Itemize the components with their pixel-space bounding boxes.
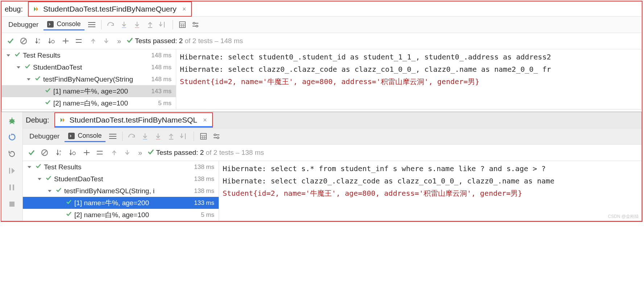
step-out-icon-2[interactable]: [165, 131, 177, 142]
svg-rect-11: [9, 202, 15, 207]
test-filter-bar-2: az » Tests passed: 2 of 2 tests – 138 ms: [23, 145, 641, 161]
next-failed-icon-2[interactable]: [121, 147, 133, 158]
step-out-icon[interactable]: [144, 19, 156, 30]
test-duration: 5 ms: [146, 100, 174, 107]
next-failed-icon[interactable]: [100, 35, 112, 47]
prev-failed-icon-2[interactable]: [108, 147, 120, 158]
run-config-tab-2[interactable]: StudentDaoTest.testFindByNameSQL ×: [54, 112, 213, 128]
test-tree-row[interactable]: testFindByNameQuery(String148 ms: [2, 73, 176, 85]
run-tab-bar: ebug: StudentDaoTest.testFindByNameQuery…: [2, 2, 641, 17]
run-config-tab[interactable]: StudentDaoTest.testFindByNameQuery ×: [28, 1, 192, 17]
test-duration: 148 ms: [146, 64, 174, 71]
calculator-icon-2[interactable]: [198, 131, 209, 142]
sort-az-icon[interactable]: az: [32, 35, 44, 47]
test-tree-row[interactable]: [2] name=白%, age=1005 ms: [23, 209, 219, 221]
show-ignored-icon-2[interactable]: [39, 147, 50, 158]
console-output-2[interactable]: Hibernate: select s.* from student_inf s…: [219, 161, 641, 221]
expand-all-icon-2[interactable]: [81, 147, 92, 158]
list-icon-2[interactable]: [107, 131, 119, 142]
panel-body: Test Results148 msStudentDaoTest148 mste…: [2, 49, 641, 109]
debugger-toolbar: Debugger Console: [2, 17, 641, 33]
run-to-cursor-icon-2[interactable]: [178, 131, 190, 142]
check-icon: [55, 187, 62, 195]
force-step-into-icon-2[interactable]: [152, 131, 164, 142]
collapse-all-icon-2[interactable]: [94, 147, 106, 158]
svg-point-18: [73, 152, 75, 155]
console-line: Hibernate: select clazz0_.clazz_code as …: [180, 63, 638, 75]
test-duration: 148 ms: [146, 52, 174, 59]
settings-icon[interactable]: [190, 19, 201, 30]
list-icon[interactable]: [86, 19, 98, 30]
rerun-failed-icon[interactable]: [5, 148, 19, 160]
console-output[interactable]: Hibernate: select student0_.student_id a…: [176, 49, 641, 109]
svg-rect-0: [179, 22, 185, 28]
test-tree-row[interactable]: Test Results138 ms: [23, 161, 219, 173]
svg-rect-9: [9, 185, 11, 190]
check-icon: [66, 199, 72, 207]
check-icon: [34, 75, 41, 83]
check-icon: [35, 163, 42, 171]
chevron-down-icon[interactable]: [37, 177, 43, 181]
svg-point-7: [10, 119, 14, 123]
rerun-icon[interactable]: [5, 132, 19, 143]
check-icon: [45, 87, 51, 95]
show-ignored-icon[interactable]: [18, 35, 29, 47]
chevron-down-icon[interactable]: [48, 189, 53, 193]
test-tree-row[interactable]: [2] name=白%, age=1005 ms: [2, 97, 176, 109]
test-tree-row[interactable]: testFindByNameSQL(String, i138 ms: [23, 185, 219, 197]
svg-point-6: [51, 40, 54, 43]
test-tree-2[interactable]: Test Results138 msStudentDaoTest138 mste…: [23, 161, 219, 221]
test-duration: 148 ms: [146, 76, 174, 83]
test-tree-row[interactable]: Test Results148 ms: [2, 49, 176, 61]
stop-icon[interactable]: [5, 198, 19, 210]
pass-prefix: Tests passed:: [135, 37, 177, 45]
calculator-icon[interactable]: [177, 19, 188, 30]
svg-point-14: [217, 137, 219, 139]
step-into-icon[interactable]: [118, 19, 130, 30]
chevron-down-icon[interactable]: [6, 53, 12, 58]
close-icon[interactable]: ×: [182, 5, 186, 13]
resume-icon[interactable]: [5, 165, 19, 177]
show-passed-icon-2[interactable]: [26, 147, 37, 158]
test-duration: 133 ms: [189, 199, 216, 207]
collapse-all-icon[interactable]: [73, 35, 84, 47]
svg-point-2: [196, 25, 198, 27]
sort-duration-icon[interactable]: [45, 35, 57, 47]
prev-failed-icon[interactable]: [87, 35, 99, 47]
test-tree-row[interactable]: StudentDaoTest148 ms: [2, 61, 176, 73]
test-tree-row[interactable]: StudentDaoTest138 ms: [23, 173, 219, 185]
settings-icon-2[interactable]: [211, 131, 222, 142]
step-over-icon-2[interactable]: [126, 131, 138, 142]
sort-duration-icon-2[interactable]: [66, 147, 78, 158]
expand-more-icon[interactable]: »: [113, 37, 125, 45]
chevron-down-icon[interactable]: [26, 77, 32, 82]
expand-more-icon-2[interactable]: »: [135, 149, 146, 157]
chevron-down-icon[interactable]: [27, 165, 33, 169]
svg-rect-8: [9, 168, 10, 174]
test-label: [1] name=牛%, age=200: [53, 87, 144, 96]
step-over-icon[interactable]: [105, 19, 117, 30]
test-tree-row[interactable]: [1] name=牛%, age=200133 ms: [23, 197, 219, 209]
tab-debugger-2[interactable]: Debugger: [26, 130, 63, 142]
svg-text:a: a: [59, 149, 61, 153]
test-label: StudentDaoTest: [33, 63, 144, 71]
console-line: Student{id=2, name='牛魔王', age=800, addre…: [180, 75, 638, 88]
close-icon-2[interactable]: ×: [203, 116, 207, 124]
pass-check-icon: [126, 37, 133, 46]
expand-all-icon[interactable]: [60, 35, 71, 47]
test-tree[interactable]: Test Results148 msStudentDaoTest148 mste…: [2, 49, 176, 109]
chevron-down-icon[interactable]: [16, 65, 22, 70]
sort-az-icon-2[interactable]: az: [53, 147, 65, 158]
tab-console[interactable]: Console: [44, 19, 84, 30]
step-into-icon-2[interactable]: [139, 131, 151, 142]
force-step-into-icon[interactable]: [131, 19, 143, 30]
pause-icon[interactable]: [5, 182, 19, 193]
tab-console-2[interactable]: Console: [65, 131, 105, 142]
show-passed-icon[interactable]: [5, 35, 16, 47]
svg-text:z: z: [59, 153, 61, 156]
tab-debugger[interactable]: Debugger: [5, 18, 42, 31]
run-to-cursor-icon[interactable]: [157, 19, 169, 30]
bug-icon[interactable]: [5, 115, 19, 127]
test-tree-row[interactable]: [1] name=牛%, age=200143 ms: [2, 85, 176, 97]
svg-rect-10: [13, 185, 14, 190]
